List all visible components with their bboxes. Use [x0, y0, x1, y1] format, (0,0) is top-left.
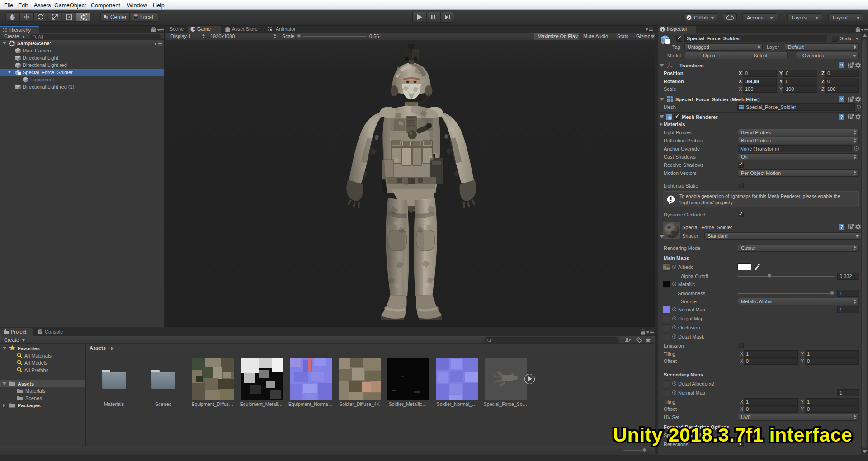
svg-text:?: ?: [840, 115, 843, 120]
svg-text:?: ?: [840, 63, 843, 68]
svg-text:?: ?: [840, 97, 843, 102]
svg-text:?: ?: [840, 225, 843, 230]
